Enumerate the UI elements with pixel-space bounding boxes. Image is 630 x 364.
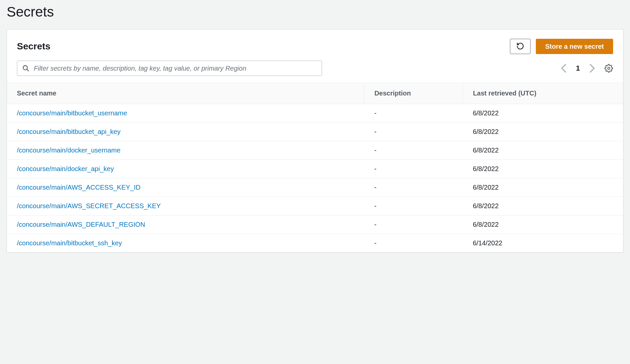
- cell-secret-name: /concourse/main/bitbucket_username: [7, 104, 364, 123]
- col-header-name[interactable]: Secret name: [7, 83, 364, 104]
- secret-link[interactable]: /concourse/main/bitbucket_username: [17, 109, 127, 117]
- cell-last-retrieved: 6/14/2022: [463, 234, 623, 253]
- cell-secret-name: /concourse/main/bitbucket_api_key: [7, 123, 364, 141]
- cell-description: -: [364, 197, 463, 215]
- page-number: 1: [576, 64, 580, 73]
- controls-row: 1: [7, 61, 623, 83]
- cell-description: -: [364, 104, 463, 123]
- cell-last-retrieved: 6/8/2022: [463, 178, 623, 197]
- cell-last-retrieved: 6/8/2022: [463, 197, 623, 215]
- secret-link[interactable]: /concourse/main/AWS_SECRET_ACCESS_KEY: [17, 202, 161, 210]
- table-row: /concourse/main/AWS_ACCESS_KEY_ID-6/8/20…: [7, 178, 623, 197]
- table-row: /concourse/main/docker_username-6/8/2022: [7, 141, 623, 160]
- next-page-button[interactable]: [589, 64, 595, 73]
- cell-description: -: [364, 178, 463, 197]
- cell-description: -: [364, 141, 463, 160]
- secret-link[interactable]: /concourse/main/AWS_ACCESS_KEY_ID: [17, 184, 141, 191]
- secrets-panel: Secrets Store a new secret: [7, 29, 623, 253]
- cell-last-retrieved: 6/8/2022: [463, 141, 623, 160]
- panel-actions: Store a new secret: [510, 39, 613, 54]
- svg-point-2: [608, 67, 610, 70]
- col-header-last-retrieved[interactable]: Last retrieved (UTC): [463, 83, 623, 104]
- secret-link[interactable]: /concourse/main/docker_username: [17, 147, 120, 154]
- secret-link[interactable]: /concourse/main/docker_api_key: [17, 165, 114, 172]
- refresh-button[interactable]: [510, 39, 531, 54]
- cell-last-retrieved: 6/8/2022: [463, 215, 623, 234]
- col-header-description[interactable]: Description: [364, 83, 463, 104]
- panel-title: Secrets: [17, 41, 50, 52]
- cell-last-retrieved: 6/8/2022: [463, 123, 623, 141]
- table-row: /concourse/main/bitbucket_ssh_key-6/14/2…: [7, 234, 623, 253]
- table-row: /concourse/main/AWS_SECRET_ACCESS_KEY-6/…: [7, 197, 623, 215]
- refresh-icon: [516, 42, 524, 51]
- cell-secret-name: /concourse/main/AWS_ACCESS_KEY_ID: [7, 178, 364, 197]
- secrets-table: Secret name Description Last retrieved (…: [7, 83, 623, 252]
- secret-link[interactable]: /concourse/main/AWS_DEFAULT_REGION: [17, 221, 145, 228]
- cell-description: -: [364, 234, 463, 253]
- svg-line-1: [27, 69, 29, 71]
- table-row: /concourse/main/docker_api_key-6/8/2022: [7, 160, 623, 178]
- search-icon: [22, 65, 30, 72]
- search-input[interactable]: [17, 61, 322, 76]
- chevron-right-icon: [589, 64, 595, 73]
- cell-last-retrieved: 6/8/2022: [463, 160, 623, 178]
- panel-header: Secrets Store a new secret: [7, 30, 623, 61]
- secret-link[interactable]: /concourse/main/bitbucket_ssh_key: [17, 239, 122, 247]
- cell-secret-name: /concourse/main/docker_api_key: [7, 160, 364, 178]
- search-wrap: [17, 61, 322, 76]
- cell-secret-name: /concourse/main/bitbucket_ssh_key: [7, 234, 364, 253]
- right-controls: 1: [561, 64, 613, 73]
- secret-link[interactable]: /concourse/main/bitbucket_api_key: [17, 128, 120, 135]
- cell-description: -: [364, 123, 463, 141]
- table-row: /concourse/main/AWS_DEFAULT_REGION-6/8/2…: [7, 215, 623, 234]
- cell-secret-name: /concourse/main/AWS_DEFAULT_REGION: [7, 215, 364, 234]
- cell-description: -: [364, 160, 463, 178]
- table-row: /concourse/main/bitbucket_username-6/8/2…: [7, 104, 623, 123]
- cell-description: -: [364, 215, 463, 234]
- cell-last-retrieved: 6/8/2022: [463, 104, 623, 123]
- cell-secret-name: /concourse/main/docker_username: [7, 141, 364, 160]
- pagination: 1: [561, 64, 595, 73]
- table-header-row: Secret name Description Last retrieved (…: [7, 83, 623, 104]
- prev-page-button[interactable]: [561, 64, 567, 73]
- gear-icon: [604, 64, 613, 73]
- settings-button[interactable]: [604, 64, 613, 73]
- store-new-secret-button[interactable]: Store a new secret: [536, 39, 613, 54]
- table-row: /concourse/main/bitbucket_api_key-6/8/20…: [7, 123, 623, 141]
- chevron-left-icon: [561, 64, 567, 73]
- page-title: Secrets: [7, 0, 623, 29]
- cell-secret-name: /concourse/main/AWS_SECRET_ACCESS_KEY: [7, 197, 364, 215]
